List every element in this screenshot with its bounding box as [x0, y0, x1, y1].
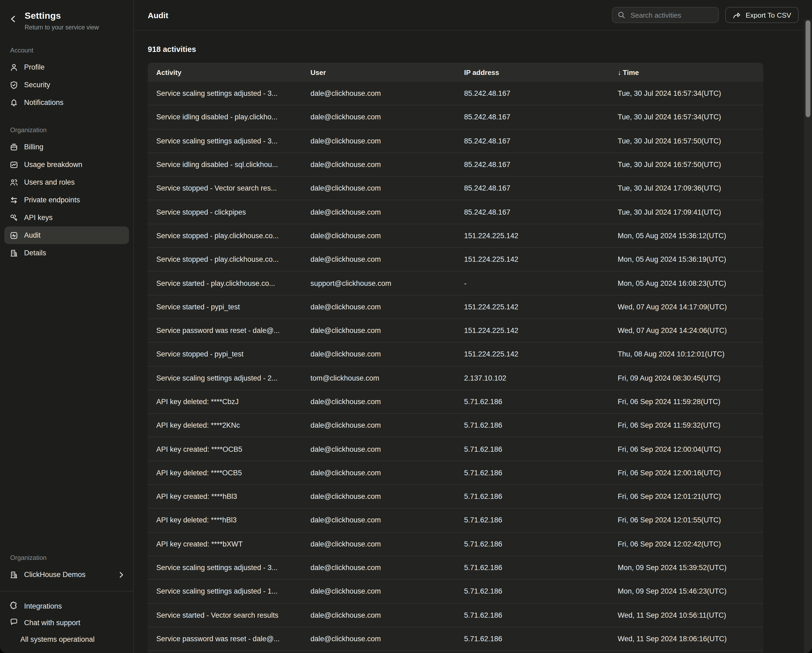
table-row: Service stopped - play.clickhouse.co... … [148, 224, 763, 247]
table-row: API key created: ****OCB5 dale@clickhous… [148, 437, 763, 461]
cell-user: dale@clickhouse.com [310, 255, 464, 263]
cell-ip: 5.71.62.186 [464, 587, 618, 595]
table-row: Service scaling settings adjusted - 2...… [148, 366, 763, 390]
search-box [612, 7, 719, 23]
cell-time: Fri, 06 Sep 2024 11:59:32(UTC) [618, 421, 763, 430]
cell-user: support@clickhouse.com [310, 279, 464, 287]
cell-user: dale@clickhouse.com [310, 516, 464, 524]
cell-activity: API key created: ****bXWT [148, 540, 310, 548]
column-header-activity[interactable]: Activity [148, 68, 310, 76]
back-button[interactable] [8, 14, 18, 26]
chevron-left-icon [10, 15, 16, 24]
sidebar-item-details[interactable]: Details [4, 244, 129, 262]
cell-user: dale@clickhouse.com [310, 185, 464, 192]
table-row: Service scaling settings adjusted - 3...… [148, 129, 763, 153]
cell-user: tom@clickhouse.com [310, 374, 464, 382]
table-row: API key deleted: ****hBl3 dale@clickhous… [148, 508, 763, 532]
cell-time: Fri, 06 Sep 2024 12:02:42(UTC) [618, 540, 763, 548]
scrollbar-track [804, 19, 812, 653]
export-label: Export To CSV [746, 11, 791, 19]
cell-user: dale@clickhouse.com [310, 540, 464, 548]
chat-with-support-link[interactable]: Chat with support [4, 615, 129, 631]
cell-ip: 151.224.225.142 [464, 326, 618, 334]
export-csv-button[interactable]: Export To CSV [725, 7, 798, 23]
cell-activity: Service scaling settings adjusted - 2... [148, 374, 310, 382]
cell-activity: API key deleted: ****2KNc [148, 421, 310, 430]
cell-user: dale@clickhouse.com [310, 89, 464, 98]
sidebar-item-private-endpoints[interactable]: Private endpoints [4, 191, 129, 209]
search-icon [618, 11, 625, 19]
table-row: API key deleted: ****2KNc dale@clickhous… [148, 413, 763, 437]
sidebar-item-audit[interactable]: Audit [4, 226, 129, 244]
cell-activity: Service started - pypi_test [148, 303, 310, 311]
cell-activity: API key deleted: ****OCB5 [148, 469, 310, 477]
cell-user: dale@clickhouse.com [310, 326, 464, 334]
integrations-link[interactable]: Integrations [4, 598, 129, 615]
table-row: Service password was reset - dale@... da… [148, 627, 763, 651]
sidebar-item-users-and-roles[interactable]: Users and roles [4, 174, 129, 191]
cell-time: Tue, 30 Jul 2024 17:09:41(UTC) [618, 208, 763, 216]
system-status-link[interactable]: All systems operational [4, 631, 129, 648]
cell-time: Fri, 09 Aug 2024 08:30:45(UTC) [618, 374, 763, 382]
bell-icon [10, 98, 18, 107]
sidebar-item-profile[interactable]: Profile [4, 58, 129, 76]
scrollbar-thumb[interactable] [806, 20, 810, 117]
cell-activity: API key created: ****OCB5 [148, 445, 310, 453]
cell-activity: Service started - play.clickhouse.co... [148, 279, 310, 287]
sidebar-item-label: Users and roles [24, 178, 75, 186]
cell-time: Tue, 30 Jul 2024 16:57:34(UTC) [618, 113, 763, 121]
column-header-user[interactable]: User [310, 68, 464, 76]
cell-time: Fri, 06 Sep 2024 12:01:21(UTC) [618, 493, 763, 500]
billing-icon [10, 143, 18, 151]
section-label-organization-switcher: Organization [10, 554, 133, 561]
column-header-ip[interactable]: IP address [464, 68, 618, 76]
table-row: Service stopped - clickpipes dale@clickh… [148, 200, 763, 224]
sidebar-item-notifications[interactable]: Notifications [4, 94, 129, 111]
sidebar-item-security[interactable]: Security [4, 76, 129, 94]
sort-desc-icon: ↓ [618, 68, 621, 76]
cell-user: dale@clickhouse.com [310, 232, 464, 240]
cell-time: Tue, 30 Jul 2024 16:57:34(UTC) [618, 89, 763, 98]
cell-ip: 5.71.62.186 [464, 540, 618, 548]
organization-switcher[interactable]: ClickHouse Demos [4, 566, 129, 583]
app-window: Settings Return to your service view Acc… [0, 0, 812, 653]
cell-activity: Service password was reset - dale@... [148, 635, 310, 643]
cell-ip: 5.71.62.186 [464, 398, 618, 406]
cell-ip: - [464, 279, 618, 287]
cell-activity: Service stopped - pypi_test [148, 350, 310, 359]
cell-user: dale@clickhouse.com [310, 137, 464, 145]
sidebar-item-usage-breakdown[interactable]: Usage breakdown [4, 156, 129, 174]
sidebar-item-label: Security [24, 81, 50, 89]
sidebar-item-api-keys[interactable]: API keys [4, 209, 129, 226]
user-icon [10, 63, 18, 72]
cell-ip: 5.71.62.186 [464, 421, 618, 430]
sidebar-item-label: Audit [24, 231, 41, 239]
table-row: API key deleted: ****OCB5 dale@clickhous… [148, 461, 763, 485]
cell-activity: Service idling disabled - sql.clickhou..… [148, 160, 310, 169]
cell-time: Mon, 09 Sep 2024 15:46:23(UTC) [618, 587, 763, 595]
cell-activity: Service password was reset - dale@... [148, 326, 310, 334]
table-row: Service started - Vector search results … [148, 603, 763, 627]
sidebar-item-label: API keys [24, 214, 53, 221]
chevron-right-icon [119, 571, 124, 578]
cell-ip: 151.224.225.142 [464, 350, 618, 359]
sidebar-item-label: Usage breakdown [24, 160, 82, 169]
cell-ip: 85.242.48.167 [464, 208, 618, 216]
cell-user: dale@clickhouse.com [310, 445, 464, 453]
cell-ip: 85.242.48.167 [464, 89, 618, 98]
cell-user: dale@clickhouse.com [310, 350, 464, 359]
sidebar-item-billing[interactable]: Billing [4, 138, 129, 156]
cell-user: dale@clickhouse.com [310, 421, 464, 430]
table-row: Service stopped - play.clickhouse.co... … [148, 247, 763, 271]
search-input[interactable] [629, 11, 713, 20]
cell-time: Fri, 06 Sep 2024 11:59:28(UTC) [618, 398, 763, 406]
table-row: Service idling disabled - play.clickho..… [148, 105, 763, 129]
column-header-time[interactable]: ↓ Time [618, 68, 763, 76]
cell-activity: API key deleted: ****hBl3 [148, 516, 310, 524]
cell-activity: Service scaling settings adjusted - 3... [148, 564, 310, 572]
main-panel: Audit Export To CSV 918 activities [134, 0, 812, 653]
status-dot-icon [10, 635, 14, 643]
table-row: Service stopped - Vector search res... d… [148, 176, 763, 200]
table-row: Service started - pypi_test dale@clickho… [148, 294, 763, 319]
topbar: Audit Export To CSV [134, 0, 812, 31]
